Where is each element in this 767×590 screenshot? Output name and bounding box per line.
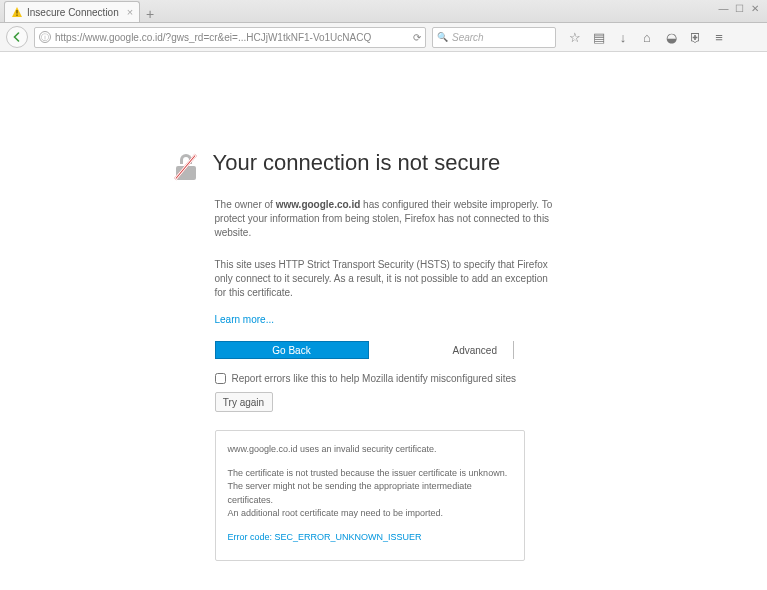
tab-title: Insecure Connection bbox=[27, 7, 119, 18]
search-bar[interactable]: 🔍 Search bbox=[432, 27, 556, 48]
navigation-toolbar: ⓘ https://www.google.co.id/?gws_rd=cr&ei… bbox=[0, 23, 767, 52]
svg-rect-1 bbox=[16, 10, 17, 14]
detail-line-4: An additional root certificate may need … bbox=[228, 507, 512, 521]
go-back-button[interactable]: Go Back bbox=[215, 341, 369, 359]
detail-line-1: www.google.co.id uses an invalid securit… bbox=[228, 443, 512, 457]
report-label: Report errors like this to help Mozilla … bbox=[232, 373, 517, 384]
pocket-icon[interactable]: ◒ bbox=[664, 30, 678, 45]
new-tab-button[interactable]: + bbox=[140, 6, 160, 22]
menu-icon[interactable]: ≡ bbox=[712, 30, 726, 45]
window-minimize-button[interactable]: — bbox=[718, 3, 730, 14]
url-text: https://www.google.co.id/?gws_rd=cr&ei=.… bbox=[55, 32, 409, 43]
insecure-lock-icon bbox=[173, 154, 199, 180]
error-code-link[interactable]: SEC_ERROR_UNKNOWN_ISSUER bbox=[275, 532, 422, 542]
tab-close-icon[interactable]: × bbox=[127, 6, 133, 18]
downloads-icon[interactable]: ↓ bbox=[616, 30, 630, 45]
hsts-paragraph: This site uses HTTP Strict Transport Sec… bbox=[215, 258, 553, 300]
certificate-details-box: www.google.co.id uses an invalid securit… bbox=[215, 430, 525, 561]
shield-icon[interactable]: ⛨ bbox=[688, 30, 702, 45]
browser-tab[interactable]: Insecure Connection × bbox=[4, 1, 140, 22]
owner-pre: The owner of bbox=[215, 199, 276, 210]
reload-icon[interactable]: ⟳ bbox=[413, 32, 421, 43]
report-errors-checkbox[interactable]: Report errors like this to help Mozilla … bbox=[215, 373, 553, 384]
error-code-line: Error code: SEC_ERROR_UNKNOWN_ISSUER bbox=[228, 531, 512, 545]
window-close-button[interactable]: ✕ bbox=[751, 3, 761, 14]
error-code-label: Error code: bbox=[228, 532, 275, 542]
warning-icon bbox=[11, 6, 23, 18]
detail-line-2: The certificate is not trusted because t… bbox=[228, 467, 512, 481]
sidebar-icon[interactable]: ▤ bbox=[592, 30, 606, 45]
window-maximize-button[interactable]: ☐ bbox=[735, 3, 746, 14]
toolbar-icons: ☆ ▤ ↓ ⌂ ◒ ⛨ ≡ bbox=[568, 30, 726, 45]
owner-paragraph: The owner of www.google.co.id has config… bbox=[215, 198, 553, 240]
advanced-button[interactable]: Advanced bbox=[453, 341, 514, 359]
detail-line-3: The server might not be sending the appr… bbox=[228, 480, 512, 507]
try-again-button[interactable]: Try again bbox=[215, 392, 273, 412]
learn-more-link[interactable]: Learn more... bbox=[215, 314, 274, 325]
home-icon[interactable]: ⌂ bbox=[640, 30, 654, 45]
url-bar[interactable]: ⓘ https://www.google.co.id/?gws_rd=cr&ei… bbox=[34, 27, 426, 48]
window-controls: — ☐ ✕ bbox=[718, 3, 761, 14]
window-titlebar: Insecure Connection × + — ☐ ✕ bbox=[0, 0, 767, 23]
bookmark-star-icon[interactable]: ☆ bbox=[568, 30, 582, 45]
page-title: Your connection is not secure bbox=[213, 150, 501, 176]
identity-warning-icon[interactable]: ⓘ bbox=[39, 31, 51, 43]
report-checkbox-input[interactable] bbox=[215, 373, 226, 384]
svg-rect-2 bbox=[16, 15, 17, 16]
owner-host: www.google.co.id bbox=[276, 199, 361, 210]
back-button[interactable] bbox=[6, 26, 28, 48]
page-content: Your connection is not secure The owner … bbox=[0, 52, 767, 561]
search-placeholder: Search bbox=[452, 32, 484, 43]
button-row: Go Back Advanced bbox=[215, 341, 553, 359]
search-icon: 🔍 bbox=[437, 32, 448, 42]
